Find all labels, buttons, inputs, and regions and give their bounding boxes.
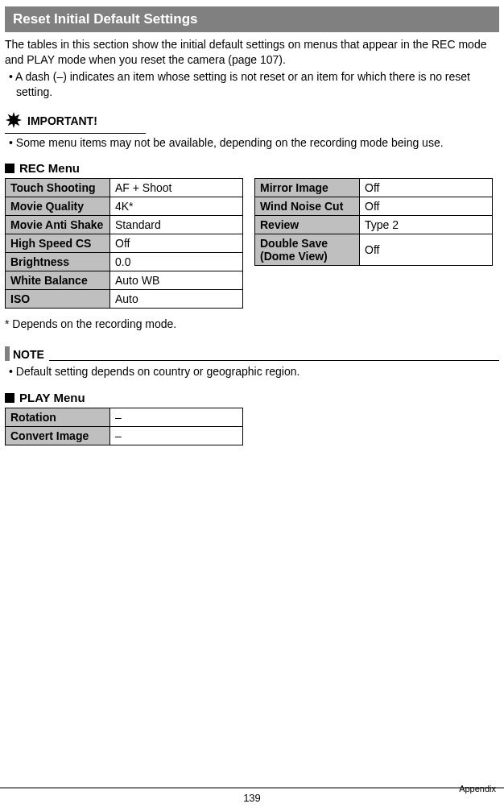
table-row: High Speed CSOff [6, 234, 243, 253]
cell-label: Double Save (Dome View) [255, 234, 360, 266]
square-bullet-icon [5, 393, 14, 403]
cell-label: Movie Quality [6, 197, 110, 216]
table-row: ReviewType 2 [255, 216, 493, 234]
rec-footnote: * Depends on the recording mode. [5, 317, 499, 332]
cell-label: Wind Noise Cut [255, 197, 360, 216]
table-row: Rotation– [6, 408, 243, 427]
page-body: The tables in this section show the init… [0, 37, 504, 445]
note-heading: NOTE [5, 346, 499, 361]
note-label: NOTE [13, 348, 44, 361]
table-row: Movie Anti ShakeStandard [6, 216, 243, 234]
note-bar-icon [5, 346, 10, 361]
page-number: 139 [243, 792, 261, 804]
note-rule [49, 353, 499, 361]
cell-value: – [110, 427, 243, 445]
table-row: Double Save (Dome View)Off [255, 234, 493, 266]
cell-value: Off [360, 197, 493, 216]
cell-label: Mirror Image [255, 179, 360, 197]
cell-label: ISO [6, 290, 110, 309]
rec-menu-label: REC Menu [19, 161, 80, 175]
cell-value: 4K* [110, 197, 243, 216]
intro-text: The tables in this section show the init… [5, 37, 499, 68]
note-bullet: • Default setting depends on country or … [5, 364, 499, 379]
page-footer: 139 Appendix [0, 787, 504, 804]
table-row: Touch ShootingAF + Shoot [6, 179, 243, 197]
table-row: Movie Quality4K* [6, 197, 243, 216]
cell-value: Standard [110, 216, 243, 234]
cell-value: Type 2 [360, 216, 493, 234]
important-label: IMPORTANT! [27, 114, 97, 127]
cell-value: Off [360, 179, 493, 197]
intro-bullet: • A dash (–) indicates an item whose set… [5, 69, 499, 100]
cell-label: Rotation [6, 408, 110, 427]
rec-menu-heading: REC Menu [5, 161, 499, 175]
table-row: ISOAuto [6, 290, 243, 309]
cell-value: Off [110, 234, 243, 253]
table-row: White BalanceAuto WB [6, 271, 243, 290]
play-menu-label: PLAY Menu [19, 391, 85, 404]
cell-label: High Speed CS [6, 234, 110, 253]
cell-value: Off [360, 234, 493, 266]
cell-label: Convert Image [6, 427, 110, 445]
rec-tables: Touch ShootingAF + Shoot Movie Quality4K… [5, 178, 499, 309]
cell-label: Movie Anti Shake [6, 216, 110, 234]
table-row: Brightness0.0 [6, 253, 243, 271]
square-bullet-icon [5, 164, 14, 173]
cell-label: Review [255, 216, 360, 234]
cell-label: Touch Shooting [6, 179, 110, 197]
cell-value: AF + Shoot [110, 179, 243, 197]
burst-icon [5, 111, 23, 131]
important-heading: IMPORTANT! [5, 111, 146, 134]
table-row: Convert Image– [6, 427, 243, 445]
page-title: Reset Initial Default Settings [13, 11, 198, 27]
rec-table-left: Touch ShootingAF + Shoot Movie Quality4K… [5, 178, 243, 309]
page-title-bar: Reset Initial Default Settings [5, 6, 499, 32]
play-menu-heading: PLAY Menu [5, 391, 499, 404]
cell-label: Brightness [6, 253, 110, 271]
cell-label: White Balance [6, 271, 110, 290]
table-row: Wind Noise CutOff [255, 197, 493, 216]
play-table: Rotation– Convert Image– [5, 408, 243, 445]
cell-value: Auto WB [110, 271, 243, 290]
table-row: Mirror ImageOff [255, 179, 493, 197]
rec-table-right: Mirror ImageOff Wind Noise CutOff Review… [254, 178, 493, 266]
cell-value: 0.0 [110, 253, 243, 271]
cell-value: Auto [110, 290, 243, 309]
svg-marker-0 [6, 111, 22, 127]
important-bullet: • Some menu items may not be available, … [5, 135, 499, 151]
section-label: Appendix [459, 784, 496, 793]
cell-value: – [110, 408, 243, 427]
